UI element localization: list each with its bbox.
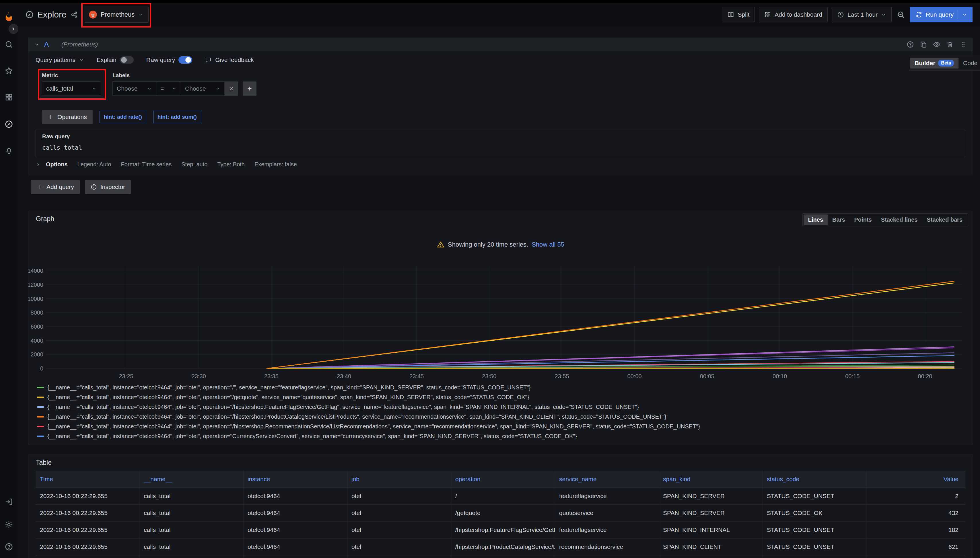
explore-compass-icon[interactable]: [5, 120, 13, 128]
starred-icon[interactable]: [5, 67, 13, 75]
results-table: Time__name__instancejoboperationservice_…: [36, 471, 965, 558]
duplicate-query-icon[interactable]: [920, 41, 927, 48]
x-axis-tick-label: 00:20: [918, 373, 932, 379]
inspector-label: Inspector: [100, 184, 125, 190]
sign-in-icon[interactable]: [5, 497, 13, 506]
search-icon[interactable]: [5, 40, 13, 49]
column-header-job[interactable]: job: [347, 471, 451, 487]
raw-query-toggle-group: Raw query: [146, 56, 192, 64]
add-query-label: Add query: [46, 184, 74, 190]
column-header-instance[interactable]: instance: [243, 471, 347, 487]
metric-select[interactable]: calls_total: [42, 81, 101, 96]
add-to-dashboard-button[interactable]: Add to dashboard: [759, 7, 828, 22]
legend-item[interactable]: {__name__="calls_total", instance="otelc…: [37, 431, 964, 441]
builder-mode-tab[interactable]: Builder Beta: [910, 57, 959, 69]
query-help-icon[interactable]: [906, 41, 914, 48]
hide-response-eye-icon[interactable]: [933, 41, 941, 48]
y-axis-tick-label: 2000: [31, 351, 44, 358]
chevron-down-icon: [881, 12, 886, 17]
legend-item[interactable]: {__name__="calls_total", instance="otelc…: [37, 392, 964, 402]
collapse-chevron-icon[interactable]: [34, 41, 39, 47]
table-cell: calls_total: [140, 488, 243, 504]
column-header-status-code[interactable]: status_code: [763, 471, 867, 487]
show-all-series-link[interactable]: Show all 55: [531, 241, 564, 248]
time-series-chart[interactable]: 0200040006000800010000120001400023:2523:…: [28, 211, 973, 383]
table-cell-value: 2: [867, 488, 965, 504]
label-value-select[interactable]: Choose: [181, 81, 224, 96]
hint-add-sum-button[interactable]: hint: add sum(): [153, 111, 201, 123]
datasource-picker[interactable]: Prometheus: [84, 7, 149, 23]
table-cell: STATUS_CODE_UNSET: [763, 538, 867, 555]
query-options-row[interactable]: Options Legend: AutoFormat: Time seriesS…: [36, 161, 297, 168]
query-row-header[interactable]: A (Prometheus): [28, 38, 973, 51]
share-icon[interactable]: [71, 11, 78, 18]
hint-add-rate-button[interactable]: hint: add rate(): [100, 111, 146, 123]
column-header--name-[interactable]: __name__: [140, 471, 243, 487]
drag-handle-icon[interactable]: [959, 41, 967, 48]
graph-mode-bars[interactable]: Bars: [828, 215, 850, 225]
label-key-select[interactable]: Choose: [112, 81, 156, 96]
help-icon[interactable]: [5, 543, 13, 551]
graph-mode-switch: LinesBarsPointsStacked linesStacked bars: [802, 213, 968, 226]
dashboards-icon[interactable]: [5, 93, 13, 102]
option-summary-item: Legend: Auto: [77, 161, 111, 168]
option-summary-item: Type: Both: [217, 161, 245, 168]
run-query-button[interactable]: Run query: [910, 7, 973, 22]
table-cell: otel: [347, 522, 451, 538]
operations-button[interactable]: Operations: [42, 110, 93, 124]
raw-query-toggle[interactable]: [178, 56, 192, 64]
graph-mode-points[interactable]: Points: [850, 215, 876, 225]
column-header-service-name[interactable]: service_name: [555, 471, 659, 487]
legend-item[interactable]: {__name__="calls_total", instance="otelc…: [37, 402, 964, 412]
graph-mode-lines[interactable]: Lines: [804, 215, 828, 225]
column-header-time[interactable]: Time: [36, 471, 140, 487]
explore-compass-icon: [25, 10, 34, 19]
code-mode-tab[interactable]: Code: [959, 57, 980, 69]
table-row: 2022-10-16 00:22:29.655calls_totalotelco…: [36, 522, 965, 538]
remove-label-filter-button[interactable]: [224, 81, 238, 96]
legend-item[interactable]: {__name__="calls_total", instance="otelc…: [37, 422, 964, 431]
chevron-down-icon: [147, 86, 152, 91]
split-button[interactable]: Split: [722, 7, 755, 22]
table-cell-value: 621: [867, 555, 965, 558]
sidebar-expand-button[interactable]: [8, 24, 18, 34]
add-query-button[interactable]: Add query: [31, 180, 80, 194]
explain-toggle[interactable]: [120, 56, 134, 64]
raw-query-expression: calls_total: [42, 144, 82, 151]
option-summary-item: Exemplars: false: [255, 161, 297, 168]
raw-query-label: Raw query: [42, 133, 70, 140]
column-header-operation[interactable]: operation: [451, 471, 555, 487]
query-patterns-dropdown[interactable]: Query patterns: [36, 56, 84, 63]
split-icon: [727, 11, 734, 18]
refresh-icon: [916, 11, 922, 18]
info-circle-icon: [90, 184, 97, 190]
alerting-bell-icon[interactable]: [5, 146, 13, 155]
graph-mode-stacked-lines[interactable]: Stacked lines: [876, 215, 922, 225]
give-feedback-link[interactable]: Give feedback: [205, 56, 253, 63]
table-cell: STATUS_CODE_UNSET: [763, 522, 867, 538]
graph-mode-stacked-bars[interactable]: Stacked bars: [922, 215, 967, 225]
legend-item[interactable]: {__name__="calls_total", instance="otelc…: [37, 441, 964, 443]
query-ref-id: A: [44, 40, 49, 48]
table-header-row: Time__name__instancejoboperationservice_…: [36, 471, 965, 488]
inspector-button[interactable]: Inspector: [85, 180, 131, 194]
metric-field: Metric calls_total: [42, 72, 101, 96]
grafana-logo-icon[interactable]: [3, 11, 14, 22]
settings-gear-icon[interactable]: [5, 520, 13, 529]
remove-query-trash-icon[interactable]: [946, 41, 954, 48]
labels-field-label: Labels: [112, 72, 257, 79]
table-cell: SPAN_KIND_SERVER: [659, 555, 763, 558]
chevron-down-icon[interactable]: [962, 12, 967, 17]
options-collapse[interactable]: Options: [36, 161, 68, 168]
column-header-span-kind[interactable]: span_kind: [659, 471, 763, 487]
series-limit-warning-text: Showing only 20 time series.: [448, 241, 528, 248]
add-label-filter-button[interactable]: [243, 81, 257, 96]
query-datasource-note: (Prometheus): [61, 41, 98, 48]
legend-item[interactable]: {__name__="calls_total", instance="otelc…: [37, 382, 964, 392]
column-header-value[interactable]: Value: [867, 471, 965, 487]
time-range-picker[interactable]: Last 1 hour: [832, 7, 892, 22]
label-operator-select[interactable]: =: [156, 81, 181, 96]
zoom-out-icon[interactable]: [897, 11, 905, 19]
chevron-right-icon: [36, 162, 41, 167]
legend-item[interactable]: {__name__="calls_total", instance="otelc…: [37, 412, 964, 422]
